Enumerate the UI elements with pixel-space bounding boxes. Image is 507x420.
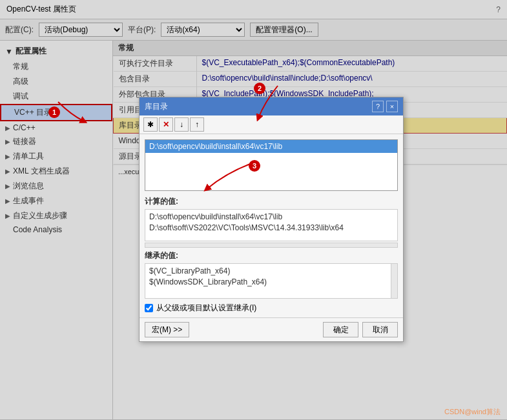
computed-area: D:\soft\opencv\build\install\x64\vc17\li…	[145, 209, 398, 241]
move-down-button[interactable]: ↓	[174, 117, 189, 132]
dialog-inherited-section: 继承的值: $(VC_LibraryPath_x64) $(WindowsSDK…	[145, 250, 398, 299]
footer-left: 宏(M) >>	[145, 322, 189, 337]
macro-button[interactable]: 宏(M) >>	[145, 322, 189, 337]
dialog-list-area[interactable]: D:\soft\opencv\build\install\x64\vc17\li…	[145, 139, 398, 191]
computed-line-1: D:\soft\opencv\build\install\x64\vc17\li…	[149, 212, 393, 223]
computed-line-2: D:\soft\soft\VS2022\VC\Tools\MSVC\14.34.…	[149, 223, 393, 234]
inherited-line-2: $(WindowsSDK_LibraryPath_x64)	[149, 277, 393, 288]
dialog-help-button[interactable]: ?	[372, 101, 384, 112]
dialog-titlebar: 库目录 ? ×	[140, 97, 403, 115]
dialog-cancel-button[interactable]: 取消	[362, 322, 398, 337]
add-icon-button[interactable]: ✱	[143, 117, 158, 132]
list-item-selected[interactable]: D:\soft\opencv\build\install\x64\vc17\li…	[145, 140, 397, 153]
dialog-footer: 宏(M) >> 确定 取消	[140, 317, 403, 341]
checkbox-row: 从父级或项目默认设置继承(I)	[145, 303, 398, 314]
move-up-button[interactable]: ↑	[190, 117, 204, 132]
delete-icon-button[interactable]: ✕	[159, 117, 173, 132]
dialog-close-button[interactable]: ×	[386, 101, 398, 112]
inherited-label: 继承的值:	[145, 250, 398, 261]
inherit-checkbox[interactable]	[145, 304, 153, 312]
watermark: CSDN@wind算法	[444, 407, 501, 417]
inherited-line-1: $(VC_LibraryPath_x64)	[149, 266, 393, 277]
dialog-toolbar: ✱ ✕ ↓ ↑	[140, 115, 403, 134]
checkbox-label: 从父级或项目默认设置继承(I)	[156, 303, 256, 314]
dialog-controls: ? ×	[372, 101, 398, 112]
footer-right: 确定 取消	[323, 322, 398, 337]
inherited-area: $(VC_LibraryPath_x64) $(WindowsSDK_Libra…	[145, 263, 398, 299]
dialog-computed-section: 计算的值: D:\soft\opencv\build\install\x64\v…	[145, 196, 398, 248]
lib-dirs-dialog: 库目录 ? × ✱ ✕ ↓ ↑ D:\soft\opencv\build\ins…	[139, 97, 404, 342]
computed-label: 计算的值:	[145, 196, 398, 207]
horizontal-scrollbar[interactable]	[145, 243, 398, 248]
vertical-scrollbar[interactable]	[391, 264, 397, 298]
ok-button[interactable]: 确定	[323, 322, 358, 337]
dialog-title: 库目录	[145, 101, 168, 112]
